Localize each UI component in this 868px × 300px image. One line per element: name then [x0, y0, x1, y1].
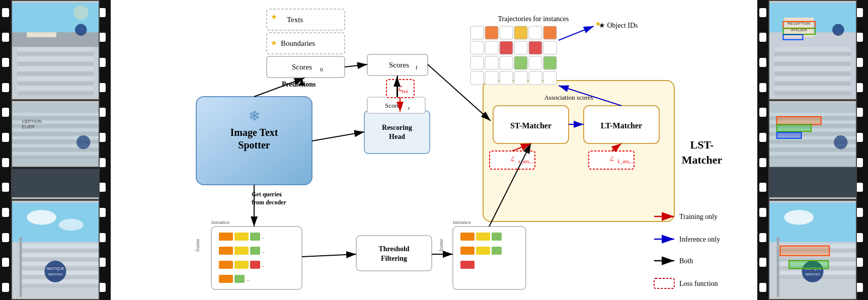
svg-rect-185: [529, 26, 542, 39]
svg-point-51: [45, 261, 66, 282]
left-frame-2: CEPTION ELIER: [11, 100, 100, 200]
svg-text:Spotter: Spotter: [238, 139, 270, 151]
svg-text:★: ★: [271, 13, 277, 21]
svg-text:Inference only: Inference only: [679, 236, 720, 243]
right-frame-1: RECEPTION ATELIER: [768, 0, 857, 100]
svg-rect-41: [22, 249, 99, 253]
svg-rect-63: [774, 67, 851, 71]
svg-text:ST-Matcher: ST-Matcher: [510, 121, 551, 130]
svg-text:Scores: Scores: [389, 61, 409, 69]
svg-rect-193: [470, 56, 484, 69]
svg-rect-60: [774, 52, 851, 56]
svg-rect-9: [17, 77, 94, 81]
svg-rect-66: [774, 82, 851, 86]
svg-text:Trajectories for instances: Trajectories for instances: [498, 15, 569, 23]
svg-rect-49: [22, 284, 99, 288]
svg-text:ℒ: ℒ: [510, 156, 515, 163]
svg-rect-89: [777, 117, 821, 125]
svg-rect-91: [777, 132, 802, 138]
svg-text:CEPTION: CEPTION: [22, 118, 42, 123]
svg-text:Image Text: Image Text: [230, 127, 278, 138]
svg-text:LT-Matcher: LT-Matcher: [601, 121, 642, 130]
svg-text:Matcher: Matcher: [682, 154, 723, 166]
svg-rect-198: [543, 56, 557, 69]
svg-rect-62: [774, 62, 851, 66]
svg-rect-77: [769, 113, 856, 116]
svg-text:Both: Both: [679, 257, 693, 265]
svg-line-222: [302, 254, 356, 257]
svg-text:❄: ❄: [249, 108, 260, 124]
svg-rect-144: [219, 233, 233, 241]
svg-rect-169: [476, 247, 490, 255]
svg-rect-4: [17, 52, 94, 56]
svg-rect-26: [12, 132, 99, 135]
svg-rect-10: [17, 82, 94, 86]
svg-text:Texts: Texts: [287, 16, 303, 24]
svg-rect-59: [774, 47, 851, 51]
svg-rect-201: [500, 71, 513, 85]
svg-rect-146: [250, 233, 260, 241]
svg-text:ℒ: ℒ: [609, 156, 614, 163]
svg-text:f: f: [416, 64, 418, 70]
svg-text:Filtering: Filtering: [381, 255, 407, 262]
svg-rect-203: [529, 71, 542, 85]
svg-text:RECEPTION: RECEPTION: [787, 21, 811, 26]
svg-rect-50: [20, 237, 22, 297]
svg-rect-190: [514, 41, 527, 54]
svg-text:Scores: Scores: [292, 63, 312, 71]
svg-rect-6: [17, 62, 94, 66]
svg-rect-37: [12, 167, 99, 169]
svg-point-35: [76, 135, 90, 149]
svg-rect-152: [219, 261, 233, 269]
svg-point-110: [784, 210, 814, 225]
svg-rect-194: [485, 56, 498, 69]
svg-rect-202: [514, 71, 527, 85]
svg-rect-42: [22, 254, 99, 257]
right-film-images: RECEPTION ATELIER: [757, 0, 868, 300]
svg-text:..: ..: [262, 233, 265, 240]
svg-rect-191: [529, 41, 542, 54]
svg-rect-11: [17, 87, 94, 91]
svg-rect-21: [12, 113, 99, 116]
left-film-holes: [2, 0, 12, 300]
right-frame-3: NAUTIQUE SERVICES: [768, 200, 857, 300]
left-frame-3: NAUTIQUE SERVICES: [11, 200, 100, 300]
svg-rect-108: [780, 246, 830, 256]
svg-text:..: ..: [247, 275, 250, 282]
main-diagram: Texts ★ Boundaries ★ Scores 0 Prediction…: [111, 0, 757, 300]
svg-rect-186: [543, 26, 557, 39]
svg-text:★: ★: [271, 39, 277, 47]
svg-rect-238: [654, 278, 674, 288]
svg-text:instance: instance: [453, 219, 471, 225]
svg-line-227: [559, 26, 594, 40]
svg-rect-31: [12, 152, 99, 155]
svg-rect-167: [492, 233, 502, 241]
svg-rect-87: [769, 152, 856, 155]
svg-text:ELIER: ELIER: [22, 124, 35, 129]
svg-text:↓: ↓: [279, 190, 283, 198]
svg-text:LST-: LST-: [690, 138, 714, 151]
svg-rect-189: [500, 41, 513, 54]
svg-text:SERVICES: SERVICES: [48, 273, 63, 276]
svg-rect-187: [470, 41, 484, 54]
svg-rect-184: [514, 26, 527, 39]
svg-rect-153: [234, 261, 249, 269]
svg-text:SERVICES: SERVICES: [805, 273, 820, 276]
svg-text:0: 0: [320, 66, 323, 72]
svg-rect-197: [529, 56, 542, 69]
svg-rect-150: [250, 247, 260, 255]
svg-rect-90: [777, 124, 811, 131]
svg-text:★ Object IDs: ★ Object IDs: [599, 22, 638, 29]
svg-rect-67: [774, 87, 851, 91]
svg-rect-170: [492, 247, 502, 255]
svg-rect-168: [460, 247, 475, 255]
svg-rect-199: [470, 71, 484, 85]
svg-point-92: [834, 135, 847, 149]
svg-rect-12: [17, 91, 94, 95]
svg-rect-65: [774, 77, 851, 81]
diagram-svg: Texts ★ Boundaries ★ Scores 0 Prediction…: [111, 0, 757, 300]
svg-text:Head: Head: [389, 133, 405, 140]
svg-rect-183: [500, 26, 513, 39]
svg-rect-195: [500, 56, 513, 69]
svg-text:..: ..: [262, 261, 265, 268]
